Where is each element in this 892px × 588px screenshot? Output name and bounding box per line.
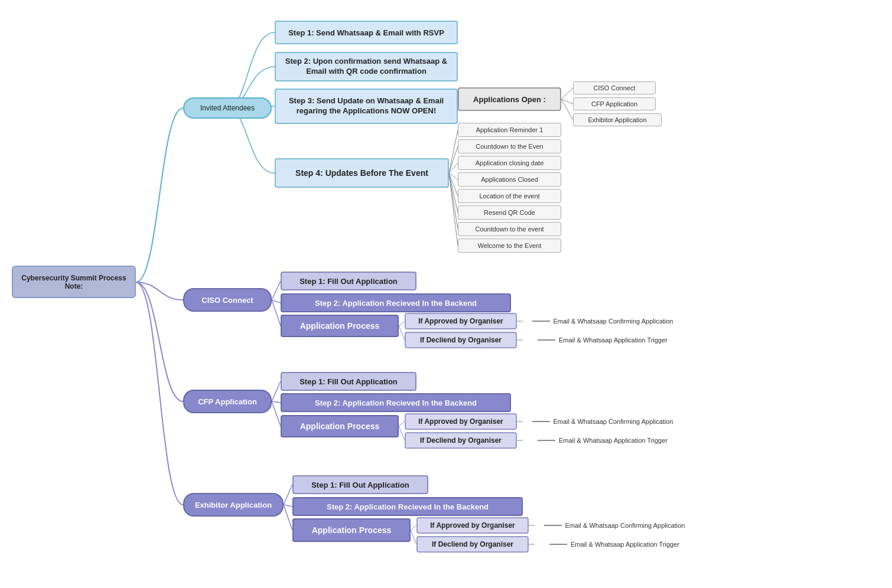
apps-open-cfp-label: CFP Application (591, 100, 637, 107)
root-node: Cybersecurity Summit Process Note: (12, 266, 136, 298)
cfp-declined-label: If Decliend by Organiser (420, 436, 502, 445)
svg-line-29 (284, 505, 292, 530)
svg-line-5 (449, 130, 458, 173)
step4-welcome: Welcome to the Event (458, 239, 561, 253)
step4-apps-closed: Applications Closed (458, 172, 561, 187)
exh-declined-action-line (549, 544, 567, 545)
invited-attendees-node: Invited Attendees (183, 97, 272, 119)
svg-line-22 (272, 401, 281, 426)
ciso-label: CISO Connect (201, 296, 253, 305)
exh-step1-node: Step 1: Fill Out Application (292, 475, 428, 494)
apps-open-ciso-label: CISO Connect (594, 84, 636, 92)
exh-app-process-node: Application Process (292, 518, 411, 542)
svg-line-4 (561, 99, 573, 120)
svg-line-17 (399, 326, 405, 340)
cfp-app-process-node: Application Process (281, 415, 399, 437)
svg-line-10 (449, 173, 458, 213)
step4-welcome-label: Welcome to the Event (478, 242, 541, 249)
step4-countdown-even: Countdown to the Even (458, 139, 561, 153)
apps-open-ciso-item: CISO Connect (573, 81, 656, 94)
ciso-declined-label: If Decliend by Organiser (420, 336, 502, 344)
apps-open-exhibitor-label: Exhibitor Application (588, 116, 646, 123)
step4-closing-date: Application closing date (458, 156, 561, 170)
ciso-declined-action-line (538, 339, 555, 341)
step4-resend-qr: Resend QR Code (458, 205, 561, 220)
ciso-declined-node: If Decliend by Organiser (405, 332, 517, 348)
svg-line-11 (449, 173, 458, 229)
svg-line-16 (399, 321, 405, 326)
apps-open-label: Applications Open : (473, 95, 546, 104)
apps-open-cfp-item: CFP Application (573, 97, 656, 110)
svg-line-3 (561, 99, 573, 104)
svg-line-12 (449, 173, 458, 246)
svg-line-20 (272, 381, 281, 401)
svg-line-28 (284, 505, 292, 507)
ciso-app-process-node: Application Process (281, 315, 399, 337)
ciso-declined-action-text: Email & Whatsaap Application Trigger (559, 337, 668, 344)
invited-step2-node: Step 2: Upon confirmation send Whatsaap … (275, 52, 458, 81)
svg-line-24 (399, 426, 405, 440)
svg-line-2 (561, 88, 573, 99)
invited-label: Invited Attendees (200, 104, 255, 112)
svg-line-13 (272, 281, 281, 300)
svg-line-31 (411, 530, 416, 544)
ciso-declined-action: Email & Whatsaap Application Trigger (523, 332, 682, 348)
exh-approved-action: Email & Whatsaap Confirming Application (535, 517, 694, 534)
svg-line-15 (272, 300, 281, 326)
cfp-step1-node: Step 1: Fill Out Application (281, 372, 416, 391)
step4-resend-qr-label: Resend QR Code (484, 209, 535, 216)
exh-step2-node: Step 2: Application Recieved In the Back… (292, 497, 523, 516)
ciso-step1-node: Step 1: Fill Out Application (281, 272, 416, 290)
svg-line-14 (272, 300, 281, 303)
invited-step4-node: Step 4: Updates Before The Event (275, 158, 449, 188)
invited-step1-label: Step 1: Send Whatsaap & Email with RSVP (288, 28, 444, 37)
svg-line-27 (284, 485, 292, 505)
cfp-approved-label: If Approved by Organiser (418, 417, 503, 426)
svg-line-9 (449, 173, 458, 196)
cfp-app-process-label: Application Process (300, 422, 380, 431)
ciso-approved-action: Email & Whatsaap Confirming Application (523, 313, 682, 329)
exh-approved-action-text: Email & Whatsaap Confirming Application (565, 522, 685, 529)
exhibitor-application-node: Exhibitor Application (183, 493, 284, 517)
invited-step4-label: Step 4: Updates Before The Event (295, 168, 428, 178)
root-label: Cybersecurity Summit Process Note: (18, 274, 130, 290)
step4-apps-closed-label: Applications Closed (481, 176, 538, 183)
exhibitor-label: Exhibitor Application (195, 501, 272, 509)
invited-step3-label: Step 3: Send Update on Whatsaap & Email … (281, 96, 452, 116)
ciso-connect-node: CISO Connect (183, 288, 272, 312)
cfp-declined-action: Email & Whatsaap Application Trigger (523, 432, 682, 449)
svg-line-23 (399, 422, 405, 426)
cfp-approved-action-line (532, 421, 550, 422)
step4-countdown2: Countdown to the event (458, 222, 561, 236)
ciso-approved-node: If Approved by Organiser (405, 313, 517, 329)
step4-reminder1-label: Application Reminder 1 (476, 126, 543, 133)
invited-step1-node: Step 1: Send Whatsaap & Email with RSVP (275, 21, 458, 44)
exh-approved-node: If Approved by Organiser (416, 517, 529, 534)
svg-line-7 (449, 163, 458, 173)
exh-step1-label: Step 1: Fill Out Application (311, 481, 409, 489)
ciso-approved-label: If Approved by Organiser (418, 317, 503, 325)
exh-declined-label: If Decliend by Organiser (432, 540, 513, 548)
exh-declined-action: Email & Whatsaap Application Trigger (535, 536, 694, 553)
exh-declined-node: If Decliend by Organiser (416, 536, 529, 553)
svg-line-8 (449, 173, 458, 179)
ciso-approved-action-line (532, 321, 550, 322)
cfp-approved-node: If Approved by Organiser (405, 413, 517, 430)
cfp-declined-node: If Decliend by Organiser (405, 432, 517, 449)
step4-location: Location of the event (458, 189, 561, 203)
step4-location-label: Location of the event (479, 192, 539, 200)
exh-app-process-label: Application Process (312, 525, 392, 535)
exh-declined-action-text: Email & Whatsaap Application Trigger (571, 541, 679, 548)
cfp-label: CFP Application (198, 397, 257, 406)
svg-line-30 (411, 525, 416, 530)
apps-open-node: Applications Open : (458, 87, 561, 111)
ciso-step2-label: Step 2: Application Recieved In the Back… (315, 299, 477, 308)
cfp-step2-label: Step 2: Application Recieved In the Back… (315, 398, 477, 407)
step4-countdown-even-label: Countdown to the Even (476, 143, 543, 150)
exh-step2-label: Step 2: Application Recieved In the Back… (327, 502, 489, 511)
cfp-approved-action: Email & Whatsaap Confirming Application (523, 413, 682, 430)
cfp-application-node: CFP Application (183, 390, 272, 413)
step4-countdown2-label: Countdown to the event (475, 226, 543, 233)
apps-open-exhibitor-item: Exhibitor Application (573, 113, 662, 126)
svg-line-21 (272, 401, 281, 403)
